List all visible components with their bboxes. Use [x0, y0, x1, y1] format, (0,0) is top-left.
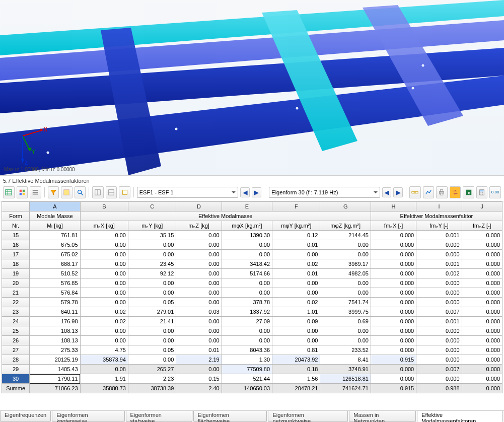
cell-D[interactable]: 0.00 — [176, 317, 222, 326]
table-row[interactable]: 21576.840.000.000.000.000.000.000.0000.0… — [2, 288, 502, 298]
tab-eigenformen-stabweise[interactable]: Eigenformen stabweise — [126, 411, 192, 422]
cell-D[interactable]: 0.00 — [176, 365, 222, 374]
cell-H[interactable]: 0.000 — [371, 307, 416, 317]
cell-C[interactable]: 2.23 — [128, 374, 176, 384]
cell-C[interactable]: 0.00 — [128, 336, 176, 345]
cell-C[interactable]: 35.15 — [128, 231, 176, 240]
tool-switch-icon[interactable] — [450, 186, 461, 198]
cell-G[interactable]: 8.41 — [320, 355, 371, 365]
cell-A[interactable]: 20125.19 — [30, 355, 80, 365]
cell-H[interactable]: 0.000 — [371, 298, 416, 307]
cell-B[interactable]: 0.00 — [80, 278, 128, 288]
cell-J[interactable]: 0.000 — [462, 250, 502, 259]
cell-E[interactable]: 1390.30 — [222, 231, 272, 240]
cell-D[interactable]: 0.00 — [176, 288, 222, 298]
cell-E[interactable]: 0.00 — [222, 240, 272, 250]
cell-F[interactable]: 1.56 — [272, 374, 320, 384]
tool-chart-icon[interactable] — [423, 186, 435, 198]
cell-H[interactable]: 0.000 — [371, 231, 416, 240]
cell-H[interactable]: 0.000 — [371, 365, 416, 374]
cell-C[interactable]: 23.45 — [128, 259, 176, 269]
col-letter-C[interactable]: C — [128, 202, 176, 212]
row-number[interactable]: 17 — [2, 250, 30, 259]
cell-I[interactable]: 0.000 — [416, 288, 462, 298]
cell-I[interactable]: 0.000 — [416, 374, 462, 384]
row-number[interactable]: 30 — [2, 374, 30, 384]
cell-C[interactable]: 0.00 — [128, 355, 176, 365]
cell-A[interactable]: 510.52 — [30, 269, 80, 278]
column-letters-row[interactable]: A B C D E F G H I J — [2, 202, 502, 212]
cell-G[interactable]: 0.00 — [320, 336, 371, 345]
tool-excel-icon[interactable]: X — [463, 186, 474, 198]
col-letter-D[interactable]: D — [176, 202, 222, 212]
cell-F[interactable]: 0.09 — [272, 317, 320, 326]
table-row[interactable]: 2820125.1935873.940.002.191.3020473.928.… — [2, 355, 502, 365]
cell-B[interactable]: 0.00 — [80, 326, 128, 336]
tool-print-icon[interactable] — [436, 186, 448, 198]
cell-I[interactable]: 0.002 — [416, 269, 462, 278]
cell-E[interactable]: 1.30 — [222, 355, 272, 365]
row-number[interactable]: 29 — [2, 365, 30, 374]
cell-B[interactable]: 0.00 — [80, 288, 128, 298]
cell-D[interactable]: 0.00 — [176, 298, 222, 307]
cell-J[interactable]: 0.000 — [462, 278, 502, 288]
model-viewport[interactable]: X Y Z Max u: 1.00000, Min u: 0.00000 - — [0, 0, 504, 176]
col-letter-H[interactable]: H — [371, 202, 416, 212]
cell-A[interactable]: 761.81 — [30, 231, 80, 240]
tool-search-icon[interactable] — [75, 186, 86, 198]
cell-G[interactable]: 0.00 — [320, 250, 371, 259]
cell-G[interactable]: 3748.91 — [320, 365, 371, 374]
cell-A[interactable]: 675.05 — [30, 240, 80, 250]
cell-D[interactable]: 0.15 — [176, 374, 222, 384]
cell-A[interactable]: 579.78 — [30, 298, 80, 307]
table-row[interactable]: 27275.334.750.050.018043.360.81233.520.0… — [2, 345, 502, 355]
table-row[interactable]: 25108.130.000.000.000.000.000.000.0000.0… — [2, 326, 502, 336]
tab-effektive-modalmassenfaktoren[interactable]: Effektive Modalmassenfaktoren — [417, 411, 503, 422]
tab-eigenfrequenzen[interactable]: Eigenfrequenzen — [0, 411, 51, 422]
tool-filter-icon[interactable] — [48, 186, 59, 198]
cell-G[interactable]: 0.00 — [320, 288, 371, 298]
cell-D[interactable]: 0.00 — [176, 336, 222, 345]
cell-B[interactable]: 0.00 — [80, 336, 128, 345]
results-table[interactable]: A B C D E F G H I J Form Modale Masse Ef… — [2, 201, 502, 393]
row-number[interactable]: 19 — [2, 269, 30, 278]
cell-F[interactable]: 0.18 — [272, 365, 320, 374]
cell-C[interactable]: 0.05 — [128, 298, 176, 307]
cell-A[interactable]: 688.17 — [30, 259, 80, 269]
cell-F[interactable]: 1.01 — [272, 307, 320, 317]
cell-H[interactable]: 0.000 — [371, 374, 416, 384]
cell-C[interactable]: 0.00 — [128, 240, 176, 250]
tool-table-icon[interactable] — [3, 186, 15, 198]
cell-D[interactable]: 0.00 — [176, 240, 222, 250]
cell-J[interactable]: 0.000 — [462, 365, 502, 374]
tool-select-icon[interactable] — [119, 186, 130, 198]
cell-B[interactable]: 0.00 — [80, 250, 128, 259]
table-row[interactable]: 23640.110.02279.010.031337.921.013999.75… — [2, 307, 502, 317]
cell-A[interactable]: 576.84 — [30, 288, 80, 298]
cell-B[interactable]: 0.02 — [80, 317, 128, 326]
cell-J[interactable]: 0.000 — [462, 288, 502, 298]
cell-G[interactable]: 233.52 — [320, 345, 371, 355]
tool-highlight-icon[interactable] — [61, 186, 73, 198]
cell-G[interactable]: 7541.74 — [320, 298, 371, 307]
cell-J[interactable]: 0.000 — [462, 336, 502, 345]
cell-H[interactable]: 0.000 — [371, 240, 416, 250]
cell-G[interactable]: 3999.75 — [320, 307, 371, 317]
prev-case-button[interactable]: ◀ — [240, 187, 250, 197]
cell-D[interactable]: 2.19 — [176, 355, 222, 365]
row-number[interactable]: 15 — [2, 231, 30, 240]
cell-H[interactable]: 0.000 — [371, 317, 416, 326]
cell-G[interactable]: 4982.05 — [320, 269, 371, 278]
cell-B[interactable]: 0.00 — [80, 269, 128, 278]
cell-H[interactable]: 0.000 — [371, 345, 416, 355]
cell-F[interactable]: 0.00 — [272, 278, 320, 288]
cell-E[interactable]: 1337.92 — [222, 307, 272, 317]
cell-F[interactable]: 0.00 — [272, 250, 320, 259]
cell-C[interactable]: 21.41 — [128, 317, 176, 326]
cell-F[interactable]: 0.00 — [272, 336, 320, 345]
cell-G[interactable]: 0.00 — [320, 326, 371, 336]
tool-grid1-icon[interactable] — [92, 186, 104, 198]
table-row[interactable]: 19510.520.0092.120.005174.660.014982.050… — [2, 269, 502, 278]
cell-D[interactable]: 0.00 — [176, 278, 222, 288]
cell-I[interactable]: 0.000 — [416, 298, 462, 307]
